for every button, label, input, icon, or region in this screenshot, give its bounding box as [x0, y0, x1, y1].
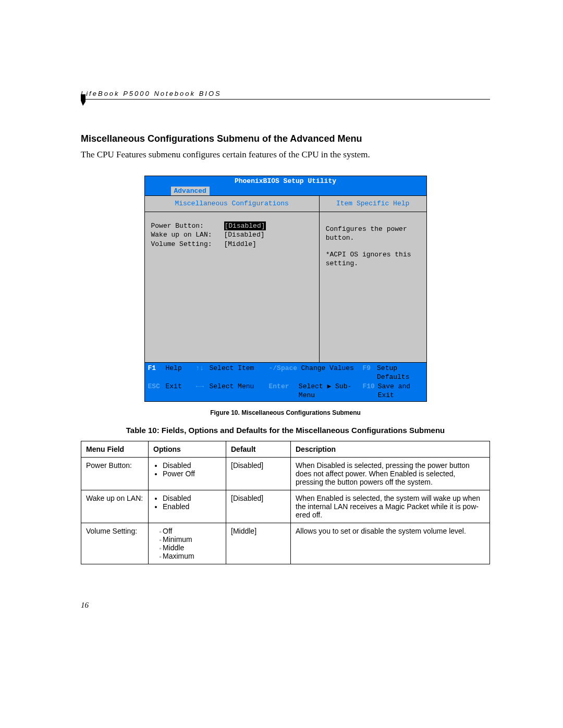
bios-setting-label: Volume Setting: — [151, 240, 224, 249]
svg-marker-0 — [81, 94, 85, 106]
cell-description: When Disabled is selected, pressing the … — [291, 457, 490, 490]
bios-main-panel: Miscellaneous Configurations Power Butto… — [145, 196, 320, 362]
cell-options: OffMinimumMiddleMaximum — [149, 523, 226, 564]
option-item: Off — [163, 527, 221, 535]
bios-screenshot: PhoenixBIOS Setup Utility Advanced Misce… — [144, 176, 427, 402]
bios-hint: Save and Exit — [378, 382, 423, 400]
table-title: Table 10: Fields, Options and Defaults f… — [81, 426, 490, 435]
section-body: The CPU Features submenu configures cert… — [81, 150, 490, 160]
cell-menu-field: Volume Setting: — [81, 523, 149, 564]
page-number: 16 — [81, 601, 490, 610]
bios-main-header: Miscellaneous Configurations — [145, 196, 319, 212]
cell-default: [Middle] — [226, 523, 291, 564]
table-row: Power Button:DisabledPower Off[Disabled]… — [81, 457, 490, 490]
option-item: Disabled — [163, 494, 221, 502]
bios-key-f1[interactable]: F1 — [148, 364, 166, 382]
bios-key-enter[interactable]: Enter — [269, 382, 299, 400]
cell-menu-field: Wake up on LAN: — [81, 490, 149, 523]
bios-help-header: Item Specific Help — [320, 196, 426, 212]
table-row: Wake up on LAN:DisabledEnabled[Disabled]… — [81, 490, 490, 523]
cell-options: DisabledPower Off — [149, 457, 226, 490]
option-item: Power Off — [163, 470, 221, 478]
bios-setting-row[interactable]: Wake up on LAN:[Disabled] — [151, 230, 313, 240]
option-item: Disabled — [163, 461, 221, 470]
cell-default: [Disabled] — [226, 457, 291, 490]
bios-hint: Setup Defaults — [377, 364, 423, 382]
bios-hint: Exit — [166, 382, 182, 400]
bios-setting-value[interactable]: [Middle] — [224, 240, 256, 249]
cell-menu-field: Power Button: — [81, 457, 149, 490]
bios-key-space[interactable]: -/Space — [269, 364, 301, 382]
bios-setting-row[interactable]: Volume Setting:[Middle] — [151, 240, 313, 249]
cell-description: Allows you to set or disable the system … — [291, 523, 490, 564]
option-item: Middle — [163, 544, 221, 552]
bios-hint: Select Item — [210, 364, 254, 382]
bios-setting-row[interactable]: Power Button:[Disabled] — [151, 221, 313, 231]
bios-active-tab[interactable]: Advanced — [171, 187, 210, 196]
bios-setting-value[interactable]: [Disabled] — [224, 230, 265, 240]
bios-setting-value[interactable]: [Disabled] — [224, 221, 266, 231]
bios-title: PhoenixBIOS Setup Utility — [145, 176, 426, 187]
figure-caption: Figure 10. Miscellaneous Configurations … — [81, 409, 490, 416]
bios-key-updown[interactable]: ↑↓ — [196, 364, 210, 382]
options-table: Menu Field Options Default Description P… — [81, 441, 490, 564]
bios-hint: Select ▶ Sub-Menu — [299, 382, 363, 400]
bios-menubar: Advanced — [145, 187, 426, 196]
cell-default: [Disabled] — [226, 490, 291, 523]
th-options: Options — [149, 441, 226, 457]
section-title: Miscellaneous Configurations Submenu of … — [81, 133, 490, 144]
bios-footer: F1Help ↑↓Select Item -/SpaceChange Value… — [145, 363, 426, 401]
bios-hint: Change Values — [301, 364, 354, 382]
th-default: Default — [226, 441, 291, 457]
cell-options: DisabledEnabled — [149, 490, 226, 523]
bios-key-esc[interactable]: ESC — [148, 382, 166, 400]
bios-key-f9[interactable]: F9 — [363, 364, 377, 382]
option-item: Enabled — [163, 502, 221, 511]
th-menu-field: Menu Field — [81, 441, 149, 457]
option-item: Minimum — [163, 535, 221, 544]
th-description: Description — [291, 441, 490, 457]
bios-help-text: *ACPI OS ignores this setting. — [326, 250, 420, 268]
bios-hint: Select Menu — [210, 382, 254, 400]
table-row: Volume Setting:OffMinimumMiddleMaximum[M… — [81, 523, 490, 564]
cell-description: When Enabled is selected, the system wil… — [291, 490, 490, 523]
bios-key-f10[interactable]: F10 — [363, 382, 378, 400]
bios-help-panel: Item Specific Help Configures the power … — [320, 196, 426, 362]
document-header-text: LifeBook P5000 Notebook BIOS — [81, 90, 222, 97]
bios-key-leftright[interactable]: ←→ — [196, 382, 210, 400]
bios-setting-label: Wake up on LAN: — [151, 230, 224, 240]
document-header: LifeBook P5000 Notebook BIOS — [81, 89, 490, 100]
bios-hint: Help — [166, 364, 182, 382]
option-item: Maximum — [163, 552, 221, 560]
bios-help-text: Configures the power button. — [326, 225, 420, 243]
bios-setting-label: Power Button: — [151, 221, 224, 231]
